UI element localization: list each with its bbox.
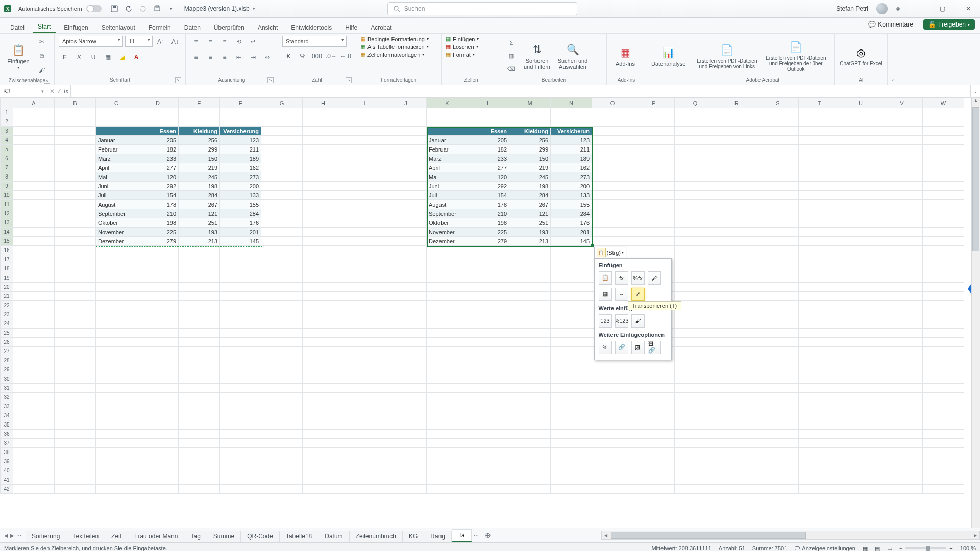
cell[interactable] <box>551 319 592 329</box>
tab-formulas[interactable]: Formeln <box>143 21 176 33</box>
cell[interactable] <box>13 347 55 356</box>
cell[interactable] <box>757 356 799 365</box>
cell[interactable]: 225 <box>468 228 509 237</box>
cell[interactable] <box>13 108 55 117</box>
cell[interactable] <box>55 117 96 127</box>
cell[interactable] <box>923 319 964 329</box>
cell[interactable] <box>799 172 840 182</box>
cell[interactable] <box>137 475 179 485</box>
cell[interactable] <box>509 466 551 475</box>
paste-option-all[interactable]: 📋 <box>599 271 612 285</box>
cell[interactable] <box>551 255 592 264</box>
cell[interactable] <box>55 485 96 494</box>
cell[interactable] <box>137 273 179 283</box>
cell[interactable] <box>13 485 55 494</box>
cell[interactable] <box>427 402 468 411</box>
cell[interactable] <box>261 163 303 172</box>
cell[interactable] <box>344 384 385 393</box>
cell[interactable] <box>923 310 964 319</box>
ribbon-collapse-icon[interactable]: ⌄ <box>888 34 898 85</box>
paste-button[interactable]: 📋 Einfügen ▾ <box>4 41 33 72</box>
tab-pagelayout[interactable]: Seitenlayout <box>96 21 140 33</box>
cell[interactable] <box>923 466 964 475</box>
cell[interactable] <box>509 384 551 393</box>
cell[interactable]: Essen <box>137 127 179 136</box>
cell[interactable] <box>344 448 385 457</box>
cell[interactable] <box>757 384 799 393</box>
cell[interactable]: 279 <box>468 237 509 246</box>
cell[interactable] <box>261 393 303 402</box>
cell[interactable] <box>96 338 137 347</box>
cell[interactable] <box>385 218 427 228</box>
cell[interactable] <box>757 466 799 475</box>
decrease-decimal-icon[interactable]: ←.0 <box>339 50 352 62</box>
cell[interactable] <box>881 246 923 255</box>
cell[interactable] <box>881 163 923 172</box>
cell[interactable]: 120 <box>137 172 179 182</box>
cell[interactable] <box>840 411 881 420</box>
cell[interactable] <box>179 411 220 420</box>
cell[interactable] <box>385 264 427 273</box>
cell[interactable] <box>303 108 344 117</box>
cell[interactable] <box>633 393 675 402</box>
tab-insert[interactable]: Einfügen <box>59 21 93 33</box>
cell[interactable] <box>840 365 881 374</box>
cell[interactable] <box>633 172 675 182</box>
cell[interactable] <box>468 319 509 329</box>
cell[interactable] <box>592 448 633 457</box>
search-box[interactable]: Suchen <box>387 2 577 15</box>
cell[interactable]: Kleidung <box>509 127 551 136</box>
cell[interactable] <box>509 117 551 127</box>
cell[interactable] <box>716 475 757 485</box>
cell[interactable] <box>220 365 261 374</box>
cell[interactable] <box>633 237 675 246</box>
cell[interactable] <box>716 384 757 393</box>
cell[interactable] <box>840 264 881 273</box>
insert-function-icon[interactable]: fx <box>64 88 68 95</box>
user-avatar[interactable] <box>876 3 888 14</box>
cell[interactable]: 178 <box>137 200 179 209</box>
cell[interactable] <box>55 393 96 402</box>
cell[interactable] <box>220 485 261 494</box>
cell[interactable] <box>757 338 799 347</box>
cell[interactable] <box>840 374 881 384</box>
cell[interactable]: Februar <box>96 145 137 154</box>
cell[interactable] <box>592 172 633 182</box>
cell[interactable]: 299 <box>179 145 220 154</box>
cell[interactable]: November <box>427 228 468 237</box>
clipboard-dialog-launcher[interactable]: ↘ <box>44 78 50 84</box>
cell[interactable] <box>137 310 179 319</box>
cell[interactable] <box>179 485 220 494</box>
cell[interactable]: Mai <box>96 172 137 182</box>
cell[interactable] <box>261 384 303 393</box>
cell[interactable] <box>799 347 840 356</box>
cell[interactable] <box>96 319 137 329</box>
view-normal-icon[interactable]: ▦ <box>863 545 868 552</box>
cell[interactable] <box>96 301 137 310</box>
cell[interactable] <box>509 246 551 255</box>
tab-data[interactable]: Daten <box>179 21 206 33</box>
comma-icon[interactable]: 000 <box>311 50 323 62</box>
cell[interactable] <box>13 182 55 191</box>
cell[interactable] <box>303 182 344 191</box>
cell[interactable] <box>220 448 261 457</box>
cell[interactable] <box>344 182 385 191</box>
cell[interactable] <box>427 127 468 136</box>
cell[interactable] <box>303 393 344 402</box>
cell[interactable] <box>261 127 303 136</box>
cell[interactable] <box>881 200 923 209</box>
cell[interactable]: 193 <box>509 228 551 237</box>
cell[interactable] <box>509 108 551 117</box>
cell[interactable] <box>13 163 55 172</box>
cell[interactable] <box>757 163 799 172</box>
cell[interactable] <box>179 117 220 127</box>
cell[interactable] <box>179 301 220 310</box>
paste-option-transpose[interactable]: ⤢ <box>631 288 645 301</box>
cell[interactable] <box>55 475 96 485</box>
cell[interactable] <box>385 273 427 283</box>
cell[interactable]: 154 <box>137 191 179 200</box>
cell[interactable] <box>220 273 261 283</box>
cell[interactable] <box>923 430 964 439</box>
cell[interactable] <box>716 420 757 430</box>
cell[interactable] <box>551 246 592 255</box>
